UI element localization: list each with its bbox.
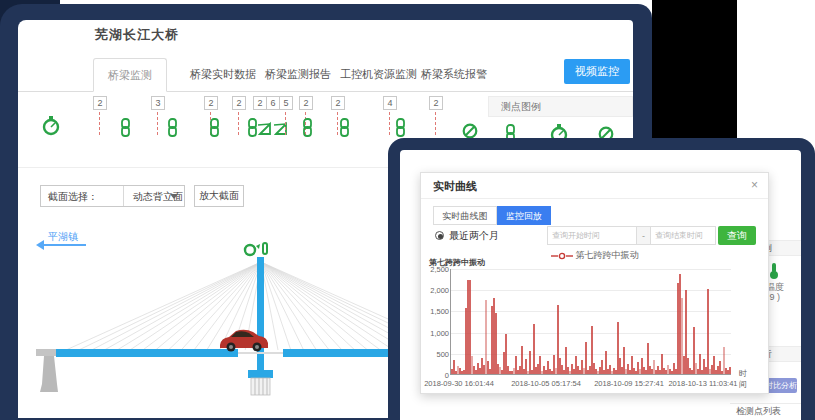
legend-panel-header: 测点图例: [488, 96, 633, 117]
chain-link-icon: [338, 118, 351, 137]
sensor-count-badge: 6: [266, 96, 280, 110]
section-select-label: 截面选择：: [48, 190, 98, 204]
x-axis-name: 时间: [739, 368, 747, 390]
tab-monitor-playback[interactable]: 监控回放: [497, 206, 551, 225]
compare-analysis-button[interactable]: 对比分析: [765, 378, 797, 393]
crane-sensor-icon: [258, 120, 292, 136]
y-axis-tick: 2,000: [421, 286, 449, 295]
sensor-count-badge: 2: [204, 96, 218, 110]
backdrop-black-region: [652, 0, 737, 140]
x-axis-tick: 2018-10-13 11:03:41: [668, 379, 737, 388]
sensor-count-badge: 2: [429, 96, 443, 110]
tab-realtime-curve-chart[interactable]: 实时曲线图: [433, 206, 497, 225]
y-axis-tick: 500: [421, 350, 449, 359]
red-dashed-line: [285, 112, 286, 135]
bridge-pylon: [257, 257, 264, 372]
chart-bar: [707, 289, 709, 374]
y-axis-tick: 2,500: [421, 265, 449, 274]
gauge-icon: [42, 116, 60, 136]
prohibition-icon: [462, 123, 478, 139]
sensor-count-badge: 2: [232, 96, 246, 110]
chart-bar: [729, 367, 731, 374]
chain-link-icon: [394, 118, 407, 137]
sensor-count-badge: 4: [383, 96, 397, 110]
red-dashed-line: [435, 112, 436, 135]
pier-cap: [248, 370, 273, 378]
x-axis-tick: 2018-09-30 16:01:44: [424, 379, 494, 388]
video-surveillance-button[interactable]: 视频监控: [564, 59, 630, 84]
legend-marker-icon: [551, 252, 573, 260]
pylon-sensor-icons: [245, 243, 267, 255]
recent-two-months-radio[interactable]: [435, 231, 444, 240]
chevron-down-icon: [170, 194, 178, 199]
gridline: [451, 269, 731, 270]
red-dashed-line: [99, 112, 100, 135]
red-dashed-line: [238, 112, 239, 135]
legend-series-name: 第七跨跨中振动: [576, 250, 639, 260]
sensor-count-badge: 2: [299, 96, 313, 110]
chain-link-icon: [301, 118, 314, 137]
tab-bridge-monitoring[interactable]: 桥梁监测: [93, 58, 167, 92]
deck-joint: [238, 352, 283, 354]
enlarge-section-button[interactable]: 放大截面: [194, 185, 244, 207]
section-select-control[interactable]: 截面选择： 动态背立面: [40, 185, 185, 207]
close-icon[interactable]: ×: [751, 178, 758, 192]
gridline: [451, 290, 731, 291]
thermometer-icon: [768, 262, 780, 280]
y-axis-tick: 1,500: [421, 307, 449, 316]
x-axis-tick: 2018-10-05 05:17:54: [511, 379, 581, 388]
bridge-deck-left: [56, 349, 238, 357]
modal-title: 实时曲线: [433, 179, 477, 194]
sensor-count-badge: 5: [279, 96, 293, 110]
chart-plot: 2,500 2,000 1,500 1,000 500 0 2018-09-30…: [450, 269, 731, 375]
sensor-count-badge: 2: [331, 96, 345, 110]
realtime-curve-modal: 实时曲线 × 实时曲线图 监控回放 最近两个月 - 查询 第七跨跨中振动 第七跨…: [420, 172, 769, 394]
chart-bar: [585, 342, 587, 374]
sensor-count-badge: 2: [93, 96, 107, 110]
x-axis-tick: 2018-10-09 15:27:41: [594, 379, 664, 388]
query-end-time-input[interactable]: [650, 226, 716, 245]
chain-link-icon: [166, 118, 179, 137]
main-tabbar: 桥梁监测 桥梁实时数据 桥梁监测报告 工控机资源监测 桥梁系统报警: [18, 58, 633, 92]
recent-two-months-label: 最近两个月: [449, 229, 499, 243]
y-axis-tick: 1,000: [421, 329, 449, 338]
radio-dot: [438, 234, 443, 239]
query-button[interactable]: 查询: [718, 226, 756, 245]
pile-group: [251, 378, 270, 395]
chain-link-icon: [119, 118, 132, 137]
time-range-separator: -: [637, 226, 650, 245]
select-divider: [123, 186, 124, 206]
measure-point-list-header: 检测点列表: [730, 403, 801, 419]
query-start-time-input[interactable]: [547, 226, 637, 245]
overlay-window-panel: 测点图例 温度 ( 9 ) 对比分析 对比分析 检测点列表 实时曲线 × 实时曲…: [400, 150, 801, 420]
tab-bridge-system-alarm[interactable]: 桥梁系统报警: [407, 58, 501, 92]
red-dashed-line: [157, 112, 158, 135]
sensor-count-badge: 3: [151, 96, 165, 110]
page-title: 芜湖长江大桥: [95, 26, 179, 44]
overlay-window-card: 测点图例 温度 ( 9 ) 对比分析 对比分析 检测点列表 实时曲线 × 实时曲…: [388, 138, 815, 420]
modal-title-divider: [421, 198, 768, 199]
chain-link-icon: [208, 118, 221, 137]
sensor-count-badge: 2: [253, 96, 267, 110]
red-dashed-line: [389, 112, 390, 135]
